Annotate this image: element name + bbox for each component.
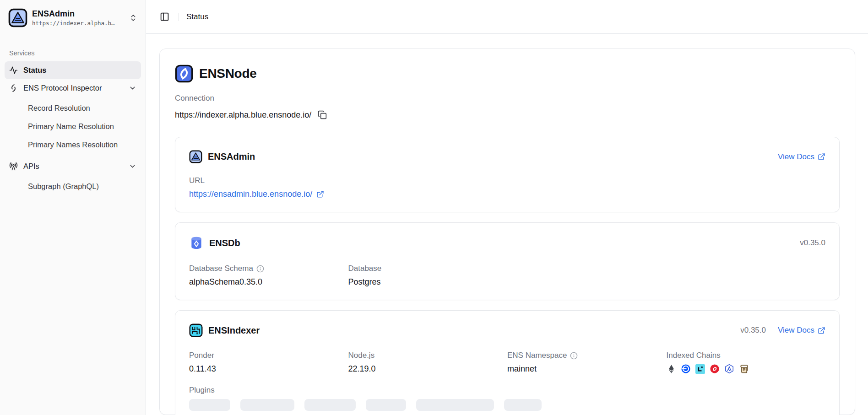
view-docs-label: View Docs: [778, 326, 814, 335]
sidebar-section-label: Services: [5, 49, 141, 57]
ens-diamond-icon: [9, 84, 18, 92]
info-icon[interactable]: [570, 352, 578, 360]
chain-arbitrum-icon: [724, 364, 734, 374]
connection-label: Connection: [175, 94, 840, 103]
field-ens-namespace: ENS Namespace mainnet: [507, 351, 667, 374]
ensindexer-version: v0.35.0: [740, 326, 766, 335]
field-label: Indexed Chains: [667, 351, 721, 360]
sidebar-item-subgraph-graphql[interactable]: Subgraph (GraphQL): [13, 177, 141, 195]
sidebar-subitem-label: Primary Name Resolution: [28, 122, 114, 131]
ensnode-status-card: ENSNode Connection https://indexer.alpha…: [159, 49, 855, 415]
ensdb-card-header: ENSDb v0.35.0: [189, 236, 825, 250]
ensadmin-url-link[interactable]: https://ensadmin.blue.ensnode.io/: [189, 189, 312, 199]
chevrons-up-down-icon: [129, 14, 137, 22]
external-link-icon: [818, 153, 825, 161]
app-connection-url: https://indexer.alpha.b…: [32, 20, 125, 27]
sidebar-item-ens-protocol-inspector[interactable]: ENS Protocol Inspector: [5, 79, 141, 97]
field-label: Node.js: [348, 351, 375, 360]
ensindexer-logo-icon: [189, 323, 203, 337]
ensadmin-view-docs-link[interactable]: View Docs: [778, 152, 825, 162]
field-ponder: Ponder 0.11.43: [189, 351, 348, 374]
sidebar-item-status[interactable]: Status: [5, 61, 141, 79]
ensindexer-view-docs-link[interactable]: View Docs: [778, 326, 825, 335]
sidebar-item-label: Status: [23, 66, 136, 75]
activity-icon: [9, 66, 18, 75]
ensindexer-fields: Ponder 0.11.43 Node.js 22.19.0 ENS Names…: [189, 351, 825, 374]
field-indexed-chains: Indexed Chains: [667, 351, 826, 374]
ensnode-logo-icon: [175, 65, 193, 83]
ensadmin-url-row: https://ensadmin.blue.ensnode.io/: [189, 189, 825, 199]
apis-subgroup: Subgraph (GraphQL): [13, 177, 141, 195]
sidebar-subitem-label: Record Resolution: [28, 104, 90, 113]
ensindexer-card: ENSIndexer v0.35.0 View Docs Ponder: [175, 310, 840, 415]
breadcrumb: Status: [186, 12, 208, 22]
plugins-pills-row: [189, 399, 825, 411]
plugin-pill: [366, 399, 406, 411]
sidebar-toggle-button[interactable]: [158, 10, 171, 23]
sidebar-nav: Status ENS Protocol Inspector Record Res…: [5, 61, 141, 199]
chain-optimism-icon: [710, 364, 720, 374]
ensindexer-card-header: ENSIndexer v0.35.0 View Docs: [189, 323, 825, 337]
app-title: ENSAdmin: [32, 9, 125, 19]
ensnode-header: ENSNode: [175, 65, 840, 83]
sidebar-subitem-label: Subgraph (GraphQL): [28, 182, 99, 191]
field-value: 0.11.43: [189, 364, 348, 374]
plugin-pill: [304, 399, 356, 411]
connection-url: https://indexer.alpha.blue.ensnode.io/: [175, 110, 311, 120]
plugin-pill: [504, 399, 542, 411]
sidebar-item-primary-names-resolution[interactable]: Primary Names Resolution: [13, 135, 141, 154]
field-database-schema: Database Schema alphaSchema0.35.0: [189, 264, 348, 287]
plugin-pill: [240, 399, 294, 411]
plugin-pill: [416, 399, 494, 411]
topbar: Status: [146, 0, 868, 34]
chain-ethereum-icon: [667, 364, 676, 374]
external-link-icon: [818, 327, 825, 334]
card-title: ENSDb: [209, 238, 240, 248]
field-value: 22.19.0: [348, 364, 508, 374]
field-label: ENS Namespace: [507, 351, 567, 360]
sidebar-item-apis[interactable]: APIs: [5, 157, 141, 175]
sidebar: ENSAdmin https://indexer.alpha.b… Servic…: [0, 0, 146, 415]
chain-base-icon: [681, 364, 691, 374]
sidebar-item-primary-name-resolution[interactable]: Primary Name Resolution: [13, 117, 141, 135]
indexed-chains-row: [667, 364, 826, 374]
ensdb-fields: Database Schema alphaSchema0.35.0 Databa…: [189, 264, 825, 287]
card-title: ENSIndexer: [208, 325, 260, 336]
chevron-down-icon: [129, 162, 136, 170]
chain-linea-icon: [695, 364, 705, 374]
ensadmin-card-header: ENSAdmin View Docs: [189, 150, 825, 163]
field-value: alphaSchema0.35.0: [189, 277, 348, 287]
sidebar-item-label: ENS Protocol Inspector: [23, 84, 123, 92]
radio-tower-icon: [9, 162, 18, 171]
view-docs-label: View Docs: [778, 152, 814, 162]
field-label: Ponder: [189, 351, 214, 360]
workspace-switcher[interactable]: ENSAdmin https://indexer.alpha.b…: [5, 5, 141, 31]
card-title: ENSAdmin: [208, 151, 255, 162]
topbar-divider: [179, 13, 179, 21]
ensadmin-app: ENSAdmin https://indexer.alpha.b… Servic…: [0, 0, 868, 415]
inspector-subgroup: Record Resolution Primary Name Resolutio…: [13, 99, 141, 154]
chevron-down-icon: [129, 84, 136, 92]
ensadmin-card: ENSAdmin View Docs URL https://ensadmin.…: [175, 137, 840, 212]
ensdb-logo-icon: [189, 236, 204, 250]
field-database: Database Postgres: [348, 264, 508, 287]
plugin-pill: [189, 399, 230, 411]
external-link-icon: [316, 190, 324, 198]
field-value: mainnet: [507, 364, 667, 374]
field-label: Database Schema: [189, 264, 253, 273]
plugins-label: Plugins: [189, 386, 825, 395]
page-title: ENSNode: [199, 66, 256, 81]
copy-icon: [318, 110, 327, 119]
copy-url-button[interactable]: [317, 109, 328, 120]
connection-row: https://indexer.alpha.blue.ensnode.io/: [175, 109, 840, 120]
ensadmin-logo-icon: [189, 150, 202, 163]
info-icon[interactable]: [256, 265, 264, 273]
field-value: Postgres: [348, 277, 508, 287]
field-label: Database: [348, 264, 382, 273]
url-label: URL: [189, 176, 825, 185]
sidebar-item-record-resolution[interactable]: Record Resolution: [13, 99, 141, 117]
field-nodejs: Node.js 22.19.0: [348, 351, 508, 374]
ensdb-card: ENSDb v0.35.0 Database Schema: [175, 222, 840, 300]
sidebar-subitem-label: Primary Names Resolution: [28, 140, 118, 149]
page-content: ENSNode Connection https://indexer.alpha…: [146, 34, 868, 415]
